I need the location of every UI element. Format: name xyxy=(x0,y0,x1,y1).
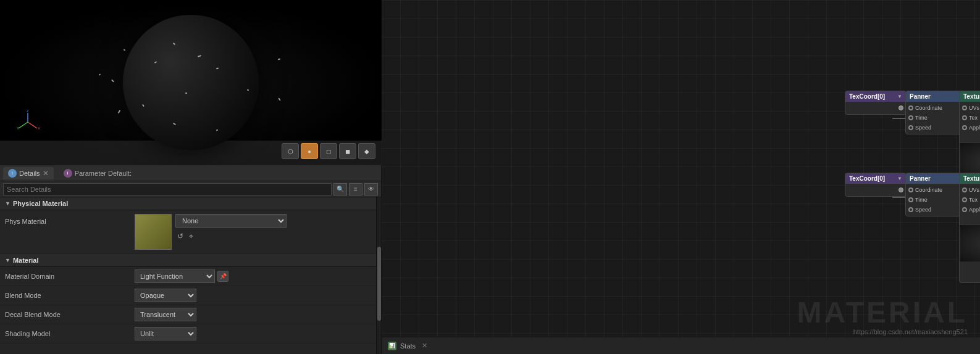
ts1-pin-b xyxy=(960,133,980,142)
phys-material-row: Phys Material None xyxy=(0,210,376,254)
param-tab[interactable]: i Parameter Default: xyxy=(59,167,136,179)
ts2-in-uvs xyxy=(962,187,967,192)
material-domain-value: Light Function 📌 xyxy=(135,270,371,283)
reset-icon[interactable]: ↺ xyxy=(175,231,185,241)
texcoord-pin-out-2 xyxy=(845,185,906,195)
ts1-pin-uvs: UVs RGB xyxy=(960,103,980,113)
physical-material-section-header[interactable]: ▼ Physical Material xyxy=(0,197,376,210)
panner2-pin-time: Time xyxy=(906,195,966,205)
panner2-in-speed xyxy=(908,207,913,212)
viewport-stars: .sp { position: absolute; background: rg… xyxy=(0,0,382,165)
details-tab[interactable]: i Details ✕ xyxy=(3,167,54,179)
list-view-button[interactable]: ≡ xyxy=(349,183,362,196)
ts1-in-uvs xyxy=(962,105,967,110)
panner-body-2: Coordinate Time Speed xyxy=(906,184,966,216)
texcoord-pin-out-1 xyxy=(845,103,906,113)
toolbar-btn-1[interactable]: ⬡ xyxy=(282,143,299,159)
ts1-pin-mip: Apply View MipBias xyxy=(960,123,980,133)
node-graph-panel: TexCoord[0] ▼ Panner ▼ Coordinate Time xyxy=(382,0,980,354)
texcoord-collapse-2[interactable]: ▼ xyxy=(897,176,902,181)
panner-node-1[interactable]: Panner ▼ Coordinate Time Speed xyxy=(905,91,967,134)
search-input[interactable] xyxy=(3,183,332,196)
panner-in-speed xyxy=(908,125,913,130)
panner2-in-time xyxy=(908,197,913,202)
toolbar-btn-2[interactable]: ● xyxy=(301,143,318,159)
panner-pin-speed: Speed xyxy=(906,123,966,133)
svg-line-1 xyxy=(19,122,28,128)
domain-pin-btn[interactable]: 📌 xyxy=(217,271,228,282)
panner2-pin-coord: Coordinate xyxy=(906,185,966,195)
texcoord-title-2: TexCoord[0] xyxy=(849,175,885,182)
phys-content: None ↺ ⌖ xyxy=(135,214,371,250)
panner-header-1: Panner ▼ xyxy=(906,91,966,102)
material-domain-label: Material Domain xyxy=(5,273,135,280)
stats-close[interactable]: ✕ xyxy=(422,342,427,350)
url-text: https://blog.csdn.net/maxiaosheng521 xyxy=(853,328,968,335)
toolbar-btn-5[interactable]: ◆ xyxy=(358,143,375,159)
texcoord-collapse-1[interactable]: ▼ xyxy=(897,94,902,99)
panner-node-2[interactable]: Panner ▼ Coordinate Time Speed xyxy=(905,173,967,216)
ts2-pin-rgba xyxy=(960,271,980,281)
texcoord-out-pin-2 xyxy=(898,187,903,192)
stats-icon: 📊 xyxy=(388,342,396,350)
panner-in-coord xyxy=(908,105,913,110)
panner-title-2: Panner xyxy=(910,175,931,182)
phys-select-row: None xyxy=(175,214,287,228)
phys-dropdown[interactable]: None xyxy=(175,214,287,228)
stats-label: Stats xyxy=(400,342,416,350)
material-section-header[interactable]: ▼ Material xyxy=(0,254,376,267)
svg-text:Z: Z xyxy=(27,110,29,113)
blend-mode-dropdown[interactable]: Opaque xyxy=(135,289,196,302)
ts2-pin-a xyxy=(960,261,980,271)
texcoord-title-1: TexCoord[0] xyxy=(849,93,885,100)
shading-model-label: Shading Model xyxy=(5,330,135,337)
viewport-toolbar: ⬡ ● ◻ ◼ ◆ xyxy=(282,143,375,159)
details-close[interactable]: ✕ xyxy=(43,169,49,178)
find-icon[interactable]: ⌖ xyxy=(187,231,195,241)
search-bar: 🔍 ≡ 👁 xyxy=(0,181,381,197)
ts2-pin-mip: Apply View MipBias xyxy=(960,205,980,215)
decal-blend-dropdown[interactable]: Translucent xyxy=(135,308,196,321)
phys-thumbnail xyxy=(135,214,172,250)
panner-pin-time: Time xyxy=(906,113,966,123)
shading-model-value: Unlit xyxy=(135,327,371,340)
panner-title-1: Panner xyxy=(910,93,931,100)
stats-bar: 📊 Stats ✕ xyxy=(382,337,980,354)
details-panel: i Details ✕ i Parameter Default: 🔍 ≡ 👁 ▼… xyxy=(0,165,381,354)
ts1-pin-tex: Tex xyxy=(960,113,980,123)
texcoord-header-1: TexCoord[0] ▼ xyxy=(845,91,906,102)
details-header: i Details ✕ i Parameter Default: xyxy=(0,165,381,181)
ts1-in-mip xyxy=(962,125,967,130)
panel-content: ▼ Physical Material Phys Material None xyxy=(0,197,376,354)
details-tab-label: Details xyxy=(19,170,40,177)
ts2-preview xyxy=(960,224,980,261)
collapse-icon: ▼ xyxy=(5,200,10,207)
decal-blend-label: Decal Blend Mode xyxy=(5,311,135,318)
svg-line-0 xyxy=(28,122,37,128)
texcoord-node-2[interactable]: TexCoord[0] ▼ xyxy=(845,173,907,197)
scrollbar[interactable] xyxy=(376,197,381,354)
ts2-pin-tex: Tex xyxy=(960,195,980,205)
texcoord-node-1[interactable]: TexCoord[0] ▼ xyxy=(845,91,907,115)
material-section-label: Material xyxy=(13,257,39,264)
svg-text:Y: Y xyxy=(17,126,19,130)
phys-material-value: None ↺ ⌖ xyxy=(135,214,371,250)
toolbar-btn-4[interactable]: ◼ xyxy=(339,143,356,159)
shading-model-dropdown[interactable]: Unlit xyxy=(135,327,196,340)
eye-button[interactable]: 👁 xyxy=(364,183,378,196)
material-domain-row: Material Domain Light Function 📌 xyxy=(0,267,376,286)
texsample-title-1: Texture Sample xyxy=(963,93,980,100)
texsample-header-2: Texture Sample ▲ xyxy=(960,173,980,184)
phys-material-label: Phys Material xyxy=(5,214,135,225)
toolbar-btn-3[interactable]: ◻ xyxy=(320,143,337,159)
ts2-pin-b xyxy=(960,215,980,224)
scroll-thumb[interactable] xyxy=(377,247,381,321)
texsample-header-1: Texture Sample ▲ xyxy=(960,91,980,102)
material-domain-dropdown[interactable]: Light Function xyxy=(135,270,215,283)
param-tab-label: Parameter Default: xyxy=(75,170,132,177)
search-button[interactable]: 🔍 xyxy=(333,183,347,196)
panner2-in-coord xyxy=(908,187,913,192)
panner-body-1: Coordinate Time Speed xyxy=(906,102,966,134)
texsample-node-2[interactable]: Texture Sample ▲ UVs RGB Tex Apply View … xyxy=(959,173,980,283)
shading-model-row: Shading Model Unlit xyxy=(0,324,376,344)
